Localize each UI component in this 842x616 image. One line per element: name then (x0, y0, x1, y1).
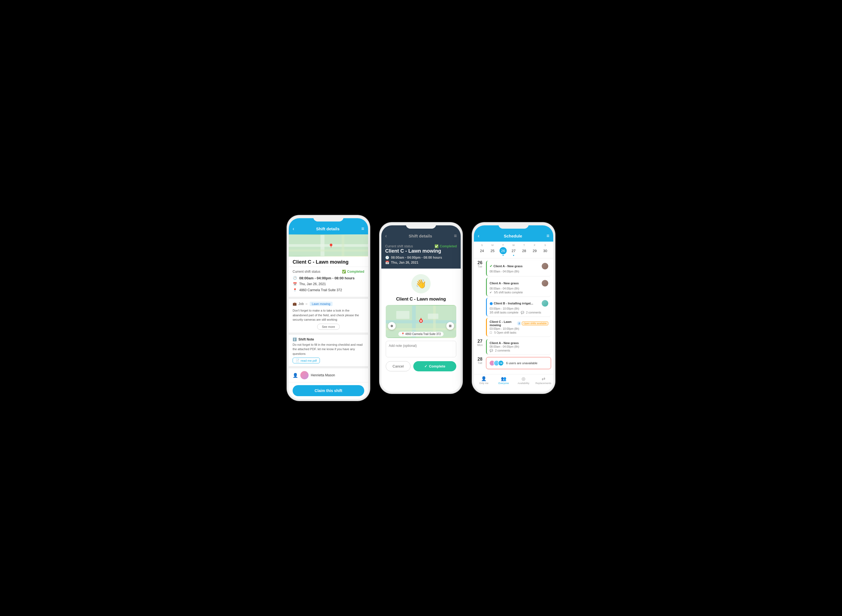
bottom-nav: 👤 Only me 👥 Everyone ◎ Availability ⇄ Re… (474, 374, 553, 386)
open-count-26-4: 2 (517, 321, 521, 326)
svg-rect-11 (386, 328, 456, 330)
shift-card-26-3[interactable]: ⬤ Client B - Installing irrigat... 03:00… (486, 298, 551, 316)
phone2-client-title: Client C - Lawn mowing (385, 248, 457, 254)
nav-availability[interactable]: ◎ Availability (513, 376, 533, 384)
shift-card-26-4[interactable]: Client C - Lawn mowing 2 Open shifts ava… (486, 318, 551, 336)
nav-only-me[interactable]: 👤 Only me (474, 376, 494, 384)
complete-check-icon: ✓ (424, 364, 427, 368)
nav-replacements[interactable]: ⇄ Replacements (533, 376, 553, 384)
day-col-thu[interactable]: T 28 (521, 244, 528, 256)
availability-icon: ◎ (522, 376, 525, 381)
modal-emoji: 👋 (411, 274, 431, 293)
briefcase-icon-p1: 💼 (293, 302, 297, 306)
nav-everyone[interactable]: 👥 Everyone (494, 376, 513, 384)
see-more-button-p1[interactable]: See more (317, 324, 340, 330)
shift-card-26-4-title: Client C - Lawn mowing (490, 320, 517, 327)
day-col-wed[interactable]: W 27 (510, 244, 517, 256)
check-icon-p2: ✅ (434, 244, 439, 248)
shift-note-title-p1: ℹ️ Shift Note (293, 337, 364, 341)
shift-card-26-3-title: ⬤ Client B - Installing irrigat... (490, 302, 533, 305)
tasks-label-26-4: 5 Open shift tasks (494, 331, 516, 334)
date-num-26: 26 (477, 261, 483, 265)
complete-label: Complete (429, 364, 445, 368)
shift-note-text-p1: Do not forget to fill in the morning che… (293, 342, 364, 356)
tasks-icon-26-4: ☐ (490, 331, 492, 334)
menu-icon-p2[interactable]: ≡ (454, 233, 457, 239)
map-locate-btn[interactable]: ⊕ (388, 322, 396, 330)
shift-info-p1: Current shift status ✅ Completed 🕐 08:00… (289, 267, 368, 299)
date-section-26: 26 Tue ✔ Client A - New grass (476, 261, 551, 336)
clock-icon-p1: 🕐 (293, 276, 297, 280)
day-label-tue: T (502, 244, 504, 246)
phone2-status-row: Current shift status ✅ Completed (385, 244, 457, 248)
assignee-name-p1: Henrietta Mason (311, 373, 335, 377)
phone2-header-title: Shift details (387, 234, 454, 238)
day-col-sat[interactable]: S 30 (542, 244, 549, 256)
date-day-28: Tue (478, 361, 483, 364)
day-col-fri[interactable]: F 29 (531, 244, 538, 256)
shift-status-value-p1: ✅ Completed (342, 270, 364, 274)
shift-card-26-1[interactable]: ✔ Client A - New grass 08:00am - 04:00pm… (486, 261, 551, 276)
menu-icon-p1[interactable]: ≡ (361, 226, 364, 232)
user-icon-p1: 👤 (293, 373, 298, 378)
location-icon-p1: 📍 (293, 288, 297, 292)
shift-card-26-3-meta: 3/5 shift tasks complete 💬 2 comments (490, 311, 548, 314)
calendar-week: S 24 M 25 T 26 W (474, 242, 553, 258)
phone-1-screen: ‹ Shift details ≡ (289, 218, 368, 399)
date-label-26: 26 Tue (476, 261, 484, 336)
shift-card-26-4-meta: ☐ 5 Open shift tasks (490, 331, 548, 334)
modal-title: Client C - Lawn mowing (396, 297, 446, 302)
comment-icon-26-3: 💬 (521, 311, 524, 314)
svg-point-16 (420, 320, 422, 322)
phone1-content: Client C - Lawn mowing Current shift sta… (289, 235, 368, 382)
unavailable-avatars: +4 (489, 360, 504, 366)
shift-card-26-2-title: Client A - New grass (490, 282, 519, 285)
note-input[interactable] (386, 341, 456, 357)
shift-card-27-1[interactable]: Client A - New grass 08:00am - 04:00pm (… (486, 339, 551, 354)
comments-count-27-1: 2 comments (495, 349, 510, 352)
map-zoom-btn[interactable]: ⊞ (446, 322, 454, 330)
avatar-26-1 (542, 263, 548, 270)
replacements-icon: ⇄ (542, 376, 545, 381)
main-scene: ‹ Shift details ≡ (276, 199, 566, 417)
availability-label: Availability (518, 382, 529, 384)
menu-icon-p3[interactable]: ≡ (546, 233, 549, 239)
file-attachment-p1[interactable]: 📄 read me.pdf (293, 358, 320, 364)
shift-job-p1: 💼 Job → Lawn mowing Don't forget to make… (289, 299, 368, 335)
day-col-tue[interactable]: T 26 (500, 244, 507, 256)
everyone-label: Everyone (499, 382, 509, 384)
day-dot-wed (513, 255, 514, 256)
shift-card-26-2-meta: ✔ 5/5 shift tasks complete (490, 291, 548, 294)
unavailable-card-28: +4 6 users are unavailable (486, 357, 551, 369)
shift-card-26-2[interactable]: Client A - New grass 08:00am - 04:00pm (… (486, 278, 551, 296)
phone-notch-1 (313, 216, 343, 221)
complete-button[interactable]: ✓ Complete (413, 361, 456, 371)
svg-rect-12 (396, 311, 409, 319)
claim-shift-button[interactable]: Claim this shift (293, 385, 364, 396)
shift-card-26-2-header: Client A - New grass (490, 280, 548, 286)
day-label-mon: M (491, 244, 494, 246)
day-col-mon[interactable]: M 25 (489, 244, 496, 256)
bottom-area-p1: Claim this shift (289, 382, 368, 399)
date-section-28: 28 Tue +4 6 users are unavailable (476, 357, 551, 369)
date-num-28: 28 (477, 357, 483, 361)
day-num-thu: 28 (521, 247, 528, 254)
circle-icon-26-3: ⬤ (490, 302, 493, 305)
shift-card-27-1-title: Client A - New grass (490, 341, 519, 345)
day-num-sat: 30 (542, 247, 549, 254)
phone-3-screen: ‹ Schedule ≡ S 24 M 25 (474, 225, 553, 392)
svg-rect-2 (320, 235, 324, 256)
tasks-label-26-3: 3/5 shift tasks complete (490, 311, 519, 314)
phone-1: ‹ Shift details ≡ (287, 216, 370, 400)
map-address-p2: 📍 4860 Carmela Trail Suite 372 (398, 332, 444, 336)
phone1-header-title: Shift details (294, 226, 361, 231)
day-col-sun[interactable]: S 24 (478, 244, 486, 256)
day-label-thu: T (524, 244, 525, 246)
shifts-col-28: +4 6 users are unavailable (486, 357, 551, 369)
shift-card-26-3-time: 03:00pm - 10:00pm (8h) (490, 307, 548, 310)
shift-card-27-1-header: Client A - New grass (490, 341, 548, 345)
shift-time-p1: 🕐 08:00am - 04:00pm - 08:00 hours (293, 276, 364, 280)
cancel-button[interactable]: Cancel (386, 361, 411, 371)
only-me-icon: 👤 (481, 376, 487, 381)
shift-card-27-1-meta: 💬 2 comments (490, 349, 548, 352)
